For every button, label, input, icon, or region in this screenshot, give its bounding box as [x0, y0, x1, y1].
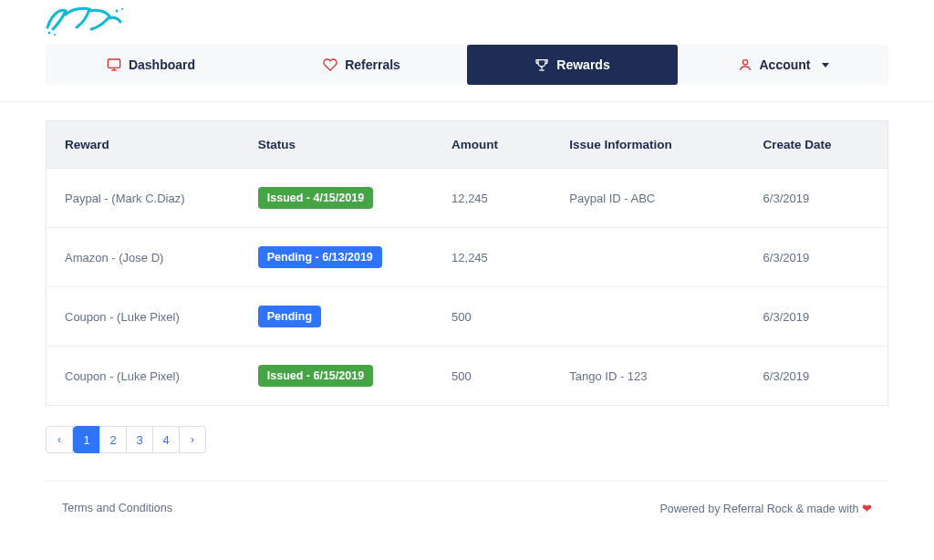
status-badge: Pending [258, 306, 321, 327]
table-row: Coupon - (Luke Pixel)Pending5006/3/2019 [47, 287, 888, 347]
svg-point-0 [48, 32, 51, 35]
table-row: Paypal - (Mark C.Diaz)Issued - 4/15/2019… [47, 169, 888, 228]
svg-point-9 [742, 60, 747, 65]
page-4[interactable]: 4 [152, 426, 180, 453]
cell-status: Issued - 6/15/2019 [240, 347, 433, 406]
page-1[interactable]: 1 [73, 426, 100, 453]
page-2[interactable]: 2 [99, 426, 127, 453]
page-3[interactable]: 3 [126, 426, 153, 453]
cell-status: Pending [240, 287, 433, 347]
pagination: ‹ 1234 › [46, 426, 888, 453]
cell-issue: Paypal ID - ABC [551, 169, 744, 228]
heart-icon: ❤ [862, 503, 872, 515]
trophy-icon [534, 57, 549, 72]
chevron-down-icon [822, 63, 829, 67]
nav-label: Dashboard [129, 57, 195, 72]
cell-reward: Paypal - (Mark C.Diaz) [47, 169, 240, 228]
rewards-table: Reward Status Amount Issue Information C… [46, 120, 888, 406]
footer: Terms and Conditions Powered by Referral… [46, 481, 888, 543]
cell-status: Issued - 4/15/2019 [240, 169, 433, 228]
cell-create: 6/3/2019 [745, 228, 888, 287]
svg-rect-4 [108, 59, 119, 67]
user-icon [738, 57, 752, 72]
logo [46, 2, 128, 41]
svg-point-2 [116, 10, 119, 13]
svg-point-3 [121, 8, 123, 10]
monitor-icon [107, 57, 121, 72]
page-prev[interactable]: ‹ [46, 426, 73, 453]
status-badge: Pending - 6/13/2019 [258, 246, 382, 268]
col-reward: Reward [47, 121, 240, 169]
page-next[interactable]: › [179, 426, 206, 453]
status-badge: Issued - 4/15/2019 [258, 187, 373, 209]
powered-by: Powered by Referral Rock & made with ❤ [659, 502, 872, 515]
nav-account[interactable]: Account [678, 45, 888, 85]
cell-amount: 500 [433, 347, 551, 406]
svg-point-1 [54, 34, 56, 36]
table-row: Amazon - (Jose D)Pending - 6/13/201912,2… [47, 228, 888, 287]
terms-link[interactable]: Terms and Conditions [62, 502, 172, 515]
col-issue: Issue Information [551, 121, 744, 169]
nav-label: Rewards [556, 57, 609, 72]
chevron-right-icon: › [191, 433, 194, 446]
cell-reward: Amazon - (Jose D) [47, 228, 240, 287]
cell-issue [551, 228, 744, 287]
nav-dashboard[interactable]: Dashboard [46, 45, 256, 85]
cell-create: 6/3/2019 [745, 347, 888, 406]
cell-amount: 12,245 [433, 169, 551, 228]
cell-reward: Coupon - (Luke Pixel) [47, 347, 240, 406]
heart-icon [323, 57, 337, 72]
chevron-left-icon: ‹ [57, 433, 61, 446]
nav-label: Account [760, 57, 811, 72]
main-nav: Dashboard Referrals Rewards Account [46, 45, 888, 85]
cell-issue [551, 287, 744, 347]
nav-referrals[interactable]: Referrals [256, 45, 467, 85]
cell-amount: 12,245 [433, 228, 551, 287]
col-status: Status [240, 121, 433, 169]
status-badge: Issued - 6/15/2019 [258, 365, 373, 387]
cell-issue: Tango ID - 123 [551, 347, 744, 406]
table-row: Coupon - (Luke Pixel)Issued - 6/15/20195… [47, 347, 888, 406]
nav-rewards[interactable]: Rewards [467, 45, 678, 85]
nav-label: Referrals [345, 57, 400, 72]
col-amount: Amount [433, 121, 551, 169]
cell-amount: 500 [433, 287, 551, 347]
cell-create: 6/3/2019 [745, 287, 888, 347]
col-create: Create Date [745, 121, 888, 169]
cell-reward: Coupon - (Luke Pixel) [47, 287, 240, 347]
cell-status: Pending - 6/13/2019 [240, 228, 433, 287]
cell-create: 6/3/2019 [745, 169, 888, 228]
